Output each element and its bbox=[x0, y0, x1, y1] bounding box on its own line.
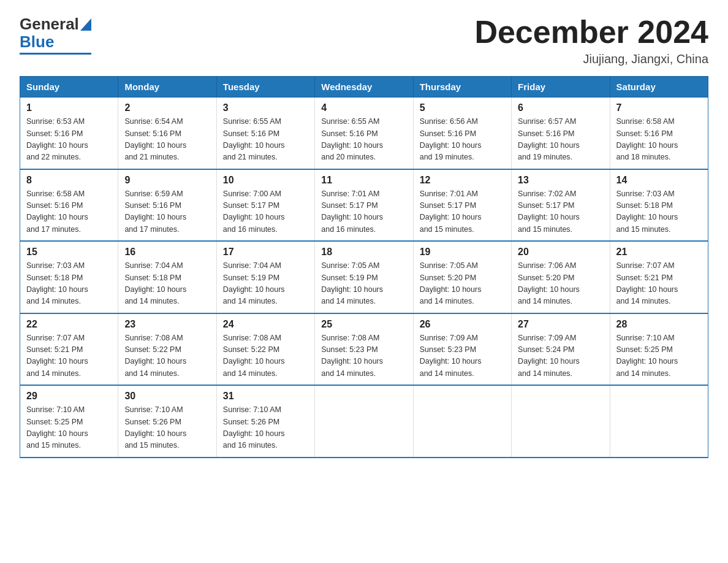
day-number: 7 bbox=[616, 102, 702, 113]
day-info: Sunrise: 7:06 AMSunset: 5:20 PMDaylight:… bbox=[518, 261, 580, 305]
table-row: 11 Sunrise: 7:01 AMSunset: 5:17 PMDaylig… bbox=[315, 169, 413, 242]
table-row: 8 Sunrise: 6:58 AMSunset: 5:16 PMDayligh… bbox=[20, 169, 118, 242]
day-number: 26 bbox=[420, 319, 505, 330]
day-number: 17 bbox=[223, 247, 308, 258]
day-info: Sunrise: 7:04 AMSunset: 5:19 PMDaylight:… bbox=[223, 261, 285, 305]
table-row: 20 Sunrise: 7:06 AMSunset: 5:20 PMDaylig… bbox=[512, 241, 610, 313]
day-info: Sunrise: 7:10 AMSunset: 5:25 PMDaylight:… bbox=[26, 405, 88, 450]
day-info: Sunrise: 7:00 AMSunset: 5:17 PMDaylight:… bbox=[223, 190, 285, 234]
table-row: 26 Sunrise: 7:09 AMSunset: 5:23 PMDaylig… bbox=[413, 313, 511, 386]
header-sunday: Sunday bbox=[20, 77, 118, 98]
table-row: 29 Sunrise: 7:10 AMSunset: 5:25 PMDaylig… bbox=[20, 385, 118, 458]
table-row: 1 Sunrise: 6:53 AMSunset: 5:16 PMDayligh… bbox=[20, 98, 118, 169]
header-saturday: Saturday bbox=[610, 77, 708, 98]
logo: General Blue bbox=[20, 15, 91, 55]
page-header: General Blue December 2024 Jiujiang, Jia… bbox=[20, 15, 708, 66]
month-title: December 2024 bbox=[474, 15, 708, 50]
day-info: Sunrise: 6:58 AMSunset: 5:16 PMDaylight:… bbox=[26, 190, 88, 234]
day-info: Sunrise: 6:55 AMSunset: 5:16 PMDaylight:… bbox=[321, 117, 383, 161]
day-info: Sunrise: 7:04 AMSunset: 5:18 PMDaylight:… bbox=[124, 261, 186, 305]
logo-triangle-icon bbox=[80, 18, 91, 31]
day-number: 23 bbox=[124, 319, 210, 330]
day-info: Sunrise: 6:53 AMSunset: 5:16 PMDaylight:… bbox=[26, 117, 88, 161]
weekday-header-row: Sunday Monday Tuesday Wednesday Thursday… bbox=[20, 77, 708, 98]
table-row: 15 Sunrise: 7:03 AMSunset: 5:18 PMDaylig… bbox=[20, 241, 118, 313]
calendar-header: Sunday Monday Tuesday Wednesday Thursday… bbox=[20, 77, 708, 98]
day-number: 11 bbox=[321, 175, 406, 186]
logo-underline bbox=[20, 53, 91, 55]
header-tuesday: Tuesday bbox=[216, 77, 314, 98]
day-info: Sunrise: 7:10 AMSunset: 5:26 PMDaylight:… bbox=[223, 405, 285, 450]
calendar-week-row: 15 Sunrise: 7:03 AMSunset: 5:18 PMDaylig… bbox=[20, 241, 708, 313]
day-info: Sunrise: 7:02 AMSunset: 5:17 PMDaylight:… bbox=[518, 190, 580, 234]
day-number: 25 bbox=[321, 319, 406, 330]
location: Jiujiang, Jiangxi, China bbox=[474, 52, 708, 66]
day-info: Sunrise: 6:57 AMSunset: 5:16 PMDaylight:… bbox=[518, 117, 580, 161]
day-number: 16 bbox=[124, 247, 210, 258]
day-info: Sunrise: 6:59 AMSunset: 5:16 PMDaylight:… bbox=[124, 190, 186, 234]
calendar-body: 1 Sunrise: 6:53 AMSunset: 5:16 PMDayligh… bbox=[20, 98, 708, 458]
svg-marker-0 bbox=[80, 18, 91, 31]
table-row: 14 Sunrise: 7:03 AMSunset: 5:18 PMDaylig… bbox=[610, 169, 708, 242]
day-number: 1 bbox=[26, 102, 112, 113]
day-number: 28 bbox=[616, 319, 702, 330]
day-number: 2 bbox=[124, 102, 210, 113]
day-number: 20 bbox=[518, 247, 603, 258]
day-number: 8 bbox=[26, 175, 112, 186]
day-info: Sunrise: 7:08 AMSunset: 5:22 PMDaylight:… bbox=[124, 334, 186, 378]
day-info: Sunrise: 7:01 AMSunset: 5:17 PMDaylight:… bbox=[420, 190, 482, 234]
day-info: Sunrise: 7:10 AMSunset: 5:26 PMDaylight:… bbox=[124, 405, 186, 450]
calendar-table: Sunday Monday Tuesday Wednesday Thursday… bbox=[20, 76, 708, 458]
table-row: 17 Sunrise: 7:04 AMSunset: 5:19 PMDaylig… bbox=[216, 241, 314, 313]
day-number: 12 bbox=[420, 175, 505, 186]
table-row: 21 Sunrise: 7:07 AMSunset: 5:21 PMDaylig… bbox=[610, 241, 708, 313]
table-row: 7 Sunrise: 6:58 AMSunset: 5:16 PMDayligh… bbox=[610, 98, 708, 169]
day-info: Sunrise: 7:08 AMSunset: 5:23 PMDaylight:… bbox=[321, 334, 383, 378]
day-number: 30 bbox=[124, 391, 210, 402]
day-number: 13 bbox=[518, 175, 603, 186]
day-info: Sunrise: 7:07 AMSunset: 5:21 PMDaylight:… bbox=[26, 334, 88, 378]
calendar-week-row: 29 Sunrise: 7:10 AMSunset: 5:25 PMDaylig… bbox=[20, 385, 708, 458]
day-info: Sunrise: 7:03 AMSunset: 5:18 PMDaylight:… bbox=[616, 190, 678, 234]
day-number: 31 bbox=[223, 391, 308, 402]
table-row bbox=[610, 385, 708, 458]
table-row bbox=[315, 385, 413, 458]
day-number: 19 bbox=[420, 247, 505, 258]
day-number: 27 bbox=[518, 319, 603, 330]
title-block: December 2024 Jiujiang, Jiangxi, China bbox=[474, 15, 708, 66]
day-number: 5 bbox=[420, 102, 505, 113]
table-row: 31 Sunrise: 7:10 AMSunset: 5:26 PMDaylig… bbox=[216, 385, 314, 458]
day-info: Sunrise: 7:08 AMSunset: 5:22 PMDaylight:… bbox=[223, 334, 285, 378]
table-row: 30 Sunrise: 7:10 AMSunset: 5:26 PMDaylig… bbox=[118, 385, 216, 458]
day-info: Sunrise: 7:07 AMSunset: 5:21 PMDaylight:… bbox=[616, 261, 678, 305]
day-number: 6 bbox=[518, 102, 603, 113]
table-row: 10 Sunrise: 7:00 AMSunset: 5:17 PMDaylig… bbox=[216, 169, 314, 242]
day-info: Sunrise: 6:56 AMSunset: 5:16 PMDaylight:… bbox=[420, 117, 482, 161]
logo-general: General bbox=[20, 15, 79, 34]
table-row bbox=[413, 385, 511, 458]
day-number: 4 bbox=[321, 102, 406, 113]
day-number: 22 bbox=[26, 319, 112, 330]
day-number: 18 bbox=[321, 247, 406, 258]
day-number: 21 bbox=[616, 247, 702, 258]
day-info: Sunrise: 7:09 AMSunset: 5:23 PMDaylight:… bbox=[420, 334, 482, 378]
day-info: Sunrise: 6:54 AMSunset: 5:16 PMDaylight:… bbox=[124, 117, 186, 161]
table-row: 27 Sunrise: 7:09 AMSunset: 5:24 PMDaylig… bbox=[512, 313, 610, 386]
table-row: 4 Sunrise: 6:55 AMSunset: 5:16 PMDayligh… bbox=[315, 98, 413, 169]
day-info: Sunrise: 7:05 AMSunset: 5:19 PMDaylight:… bbox=[321, 261, 383, 305]
header-friday: Friday bbox=[512, 77, 610, 98]
day-info: Sunrise: 7:09 AMSunset: 5:24 PMDaylight:… bbox=[518, 334, 580, 378]
table-row: 24 Sunrise: 7:08 AMSunset: 5:22 PMDaylig… bbox=[216, 313, 314, 386]
table-row: 2 Sunrise: 6:54 AMSunset: 5:16 PMDayligh… bbox=[118, 98, 216, 169]
table-row: 13 Sunrise: 7:02 AMSunset: 5:17 PMDaylig… bbox=[512, 169, 610, 242]
table-row: 16 Sunrise: 7:04 AMSunset: 5:18 PMDaylig… bbox=[118, 241, 216, 313]
table-row: 6 Sunrise: 6:57 AMSunset: 5:16 PMDayligh… bbox=[512, 98, 610, 169]
day-number: 3 bbox=[223, 102, 308, 113]
table-row: 23 Sunrise: 7:08 AMSunset: 5:22 PMDaylig… bbox=[118, 313, 216, 386]
table-row: 28 Sunrise: 7:10 AMSunset: 5:25 PMDaylig… bbox=[610, 313, 708, 386]
day-number: 10 bbox=[223, 175, 308, 186]
header-monday: Monday bbox=[118, 77, 216, 98]
day-number: 24 bbox=[223, 319, 308, 330]
table-row: 9 Sunrise: 6:59 AMSunset: 5:16 PMDayligh… bbox=[118, 169, 216, 242]
day-info: Sunrise: 7:03 AMSunset: 5:18 PMDaylight:… bbox=[26, 261, 88, 305]
